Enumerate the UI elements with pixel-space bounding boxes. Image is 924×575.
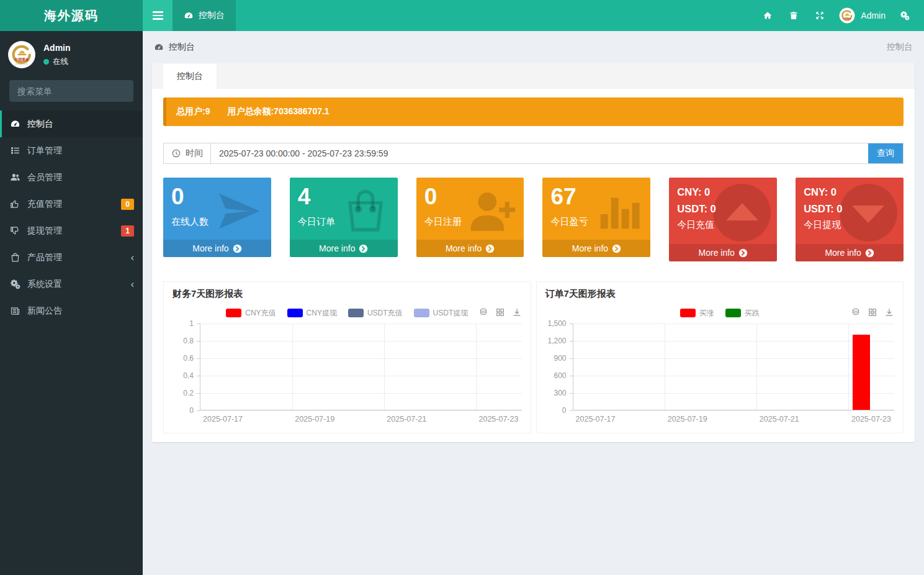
more-info-link[interactable]: More info — [163, 240, 271, 257]
user-menu[interactable]: 中国黄金CHINA GOLD Admin — [833, 7, 892, 24]
sidebar-item-orders[interactable]: 订单管理 — [0, 137, 143, 164]
stat-boxes: 0在线人数More info4今日订单More info0今日注册More in… — [163, 178, 904, 261]
stat-label: 今日订单 — [298, 216, 390, 228]
legend-item[interactable]: USDT提现 — [414, 308, 469, 319]
thumbs-up-icon — [9, 198, 21, 210]
more-info-link[interactable]: More info — [416, 240, 524, 257]
arrow-circle-right-icon — [485, 244, 495, 253]
x-tick-label: 2025-07-21 — [387, 415, 426, 423]
brand-logo[interactable]: 海外源码 — [0, 0, 143, 31]
navbar-right: 中国黄金CHINA GOLD Admin — [755, 0, 924, 31]
sidebar-menu: 控制台订单管理会员管理充值管理0提现管理1产品管理‹系统设置‹新闻公告 — [0, 111, 143, 324]
legend-item[interactable]: CNY充值 — [226, 308, 276, 319]
arrow-circle-right-icon — [865, 248, 874, 258]
breadcrumb-current: 控制台 — [887, 42, 913, 53]
sidebar-toggle-button[interactable] — [143, 0, 173, 31]
svg-text:中国黄金: 中国黄金 — [843, 17, 852, 20]
chart-plot — [573, 324, 895, 410]
y-axis: 00.20.40.60.81 — [173, 324, 200, 410]
chart-toolbox — [478, 307, 522, 319]
y-tick-label: 1,200 — [547, 337, 566, 345]
list-icon — [9, 145, 21, 156]
download-icon[interactable] — [884, 307, 894, 319]
y-tick-label: 900 — [554, 354, 566, 363]
trash-button[interactable] — [781, 0, 807, 31]
arrow-circle-right-icon — [612, 244, 621, 253]
svg-text:CHINA GOLD: CHINA GOLD — [844, 20, 851, 21]
trash-icon — [789, 11, 799, 20]
sidebar-item-label: 订单管理 — [27, 145, 134, 156]
gridline — [756, 324, 757, 410]
gauge-icon — [9, 118, 21, 130]
stat-box-today-register: 0今日注册More info — [416, 178, 524, 257]
arrow-circle-right-icon — [738, 248, 748, 258]
stat-box-today-orders: 4今日订单More info — [290, 178, 398, 257]
y-axis: 03006009001,2001,500 — [545, 324, 573, 410]
sidebar-user-panel: 中国黄金CHINA GOLD Admin 在线 — [0, 31, 143, 75]
gridline — [476, 324, 477, 410]
stat-number: 4 — [298, 184, 390, 211]
sidebar-item-members[interactable]: 会员管理 — [0, 164, 143, 191]
sidebar-item-label: 充值管理 — [27, 199, 115, 210]
x-tick-label: 2025-07-17 — [576, 415, 616, 423]
gridline — [573, 341, 895, 342]
gears-icon — [900, 11, 910, 20]
legend-swatch — [348, 309, 364, 317]
x-tick-label: 2025-07-17 — [203, 415, 243, 423]
gridline — [200, 324, 522, 324]
legend-item[interactable]: CNY提现 — [287, 308, 337, 319]
tab-header: 控制台 — [152, 63, 915, 89]
sidebar-item-label: 会员管理 — [27, 172, 134, 183]
tiled-icon[interactable] — [868, 307, 877, 319]
breadcrumb: 控制台 控制台 — [152, 37, 915, 63]
legend-item[interactable]: 买跌 — [725, 308, 760, 319]
chart-toolbox — [851, 307, 894, 319]
svg-text:中国黄金: 中国黄金 — [14, 57, 29, 62]
legend-swatch — [287, 309, 303, 317]
download-icon[interactable] — [512, 307, 522, 319]
more-info-link[interactable]: More info — [542, 240, 650, 257]
legend-swatch — [725, 309, 741, 317]
sidebar-item-dashboard[interactable]: 控制台 — [0, 111, 143, 137]
more-info-link[interactable]: More info — [290, 240, 398, 257]
navbar-tab-label: 控制台 — [199, 10, 225, 21]
sidebar-item-recharge[interactable]: 充值管理0 — [0, 191, 143, 217]
sidebar-item-label: 产品管理 — [27, 252, 125, 263]
gridline — [384, 324, 385, 410]
settings-button[interactable] — [892, 0, 918, 31]
stat-label: 今日盈亏 — [550, 216, 642, 228]
sidebar-item-withdraw[interactable]: 提现管理1 — [0, 217, 143, 244]
total-users: 总用户:9 — [176, 106, 210, 117]
sidebar-user-status[interactable]: 在线 — [43, 57, 71, 67]
stack-icon[interactable] — [478, 307, 488, 319]
sidebar-item-products[interactable]: 产品管理‹ — [0, 244, 143, 271]
thumbs-down-icon — [9, 225, 21, 237]
gridline — [573, 358, 895, 359]
search-input[interactable] — [9, 80, 133, 102]
more-info-link[interactable]: More info — [669, 244, 777, 261]
fullscreen-button[interactable] — [807, 0, 833, 31]
gears-icon — [9, 278, 21, 290]
sidebar-item-label: 系统设置 — [27, 279, 125, 290]
navbar-tab-dashboard[interactable]: 控制台 — [173, 0, 236, 31]
stack-icon[interactable] — [851, 307, 861, 319]
arrow-circle-right-icon — [233, 244, 242, 253]
y-tick-label: 1 — [189, 319, 194, 328]
home-button[interactable] — [755, 0, 781, 31]
sidebar-item-settings[interactable]: 系统设置‹ — [0, 271, 143, 297]
tab-dashboard[interactable]: 控制台 — [163, 64, 217, 89]
more-info-link[interactable]: More info — [796, 244, 904, 261]
sidebar-item-news[interactable]: 新闻公告 — [0, 297, 143, 324]
query-button[interactable]: 查询 — [868, 143, 903, 163]
legend-item[interactable]: 买涨 — [680, 308, 714, 319]
legend-item[interactable]: USDT充值 — [348, 308, 403, 319]
tiled-icon[interactable] — [495, 307, 505, 319]
sidebar-item-label: 控制台 — [27, 119, 134, 130]
x-tick-label: 2025-07-23 — [478, 415, 518, 423]
bar-买涨-2025-07-23 — [853, 335, 870, 410]
time-range-input[interactable]: 2025-07-23 00:00:00 - 2025-07-23 23:59:5… — [211, 143, 868, 163]
y-tick-label: 600 — [554, 371, 566, 380]
sidebar-item-label: 新闻公告 — [27, 306, 134, 317]
y-tick-label: 0.2 — [183, 389, 194, 397]
finance-chart-panel: 财务7天图形报表 CNY充值CNY提现USDT充值USDT提现 00.20.40… — [163, 281, 531, 433]
